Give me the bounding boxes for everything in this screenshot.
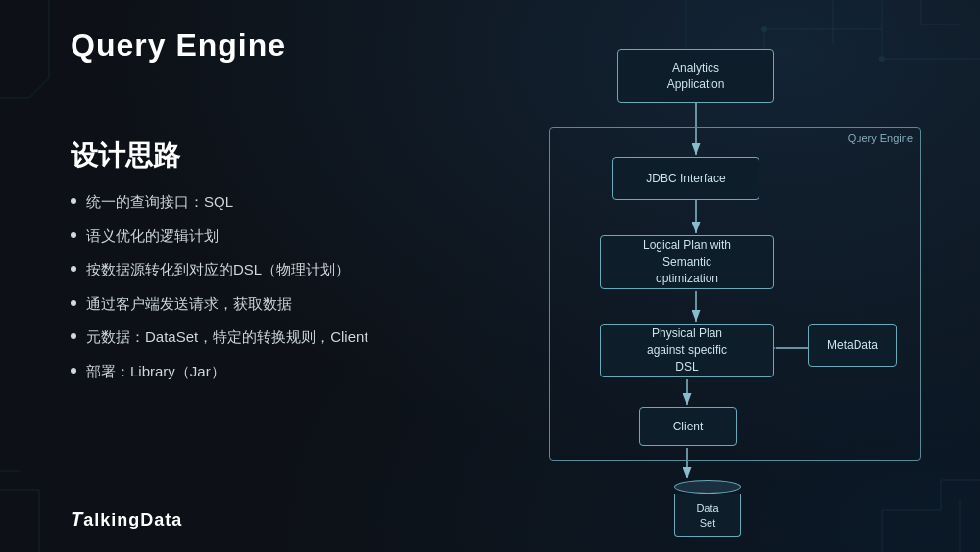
page-title: Query Engine	[71, 27, 286, 64]
client-box: Client	[639, 407, 737, 446]
logo: TalkingData	[71, 508, 182, 530]
list-item: 语义优化的逻辑计划	[71, 226, 521, 248]
bullet-list: 统一的查询接口：SQL 语义优化的逻辑计划 按数据源转化到对应的DSL（物理计划…	[71, 191, 521, 394]
list-item: 按数据源转化到对应的DSL（物理计划）	[71, 259, 521, 281]
section-title: 设计思路	[71, 137, 180, 175]
list-item: 部署：Library（Jar）	[71, 361, 521, 383]
svg-line-18	[29, 78, 49, 98]
list-item: 通过客户端发送请求，获取数据	[71, 293, 521, 316]
metadata-box: MetaData	[808, 324, 897, 367]
cylinder-top	[674, 480, 741, 494]
physical-plan-box: Physical Plan against specific DSL	[600, 324, 774, 377]
list-item: 元数据：DataSet，特定的转换规则，Client	[71, 326, 521, 349]
jdbc-box: JDBC Interface	[612, 157, 760, 200]
diagram-area: Analytics Application Query Engine JDBC …	[529, 49, 941, 510]
cylinder-body: Data Set	[674, 494, 741, 537]
analytics-application-box: Analytics Application	[617, 49, 774, 103]
logical-plan-box: Logical Plan with Semantic optimization	[600, 235, 774, 289]
qe-label: Query Engine	[848, 132, 913, 144]
svg-point-21	[761, 26, 767, 32]
list-item: 统一的查询接口：SQL	[71, 191, 521, 214]
dataset-cylinder: Data Set	[674, 480, 741, 537]
